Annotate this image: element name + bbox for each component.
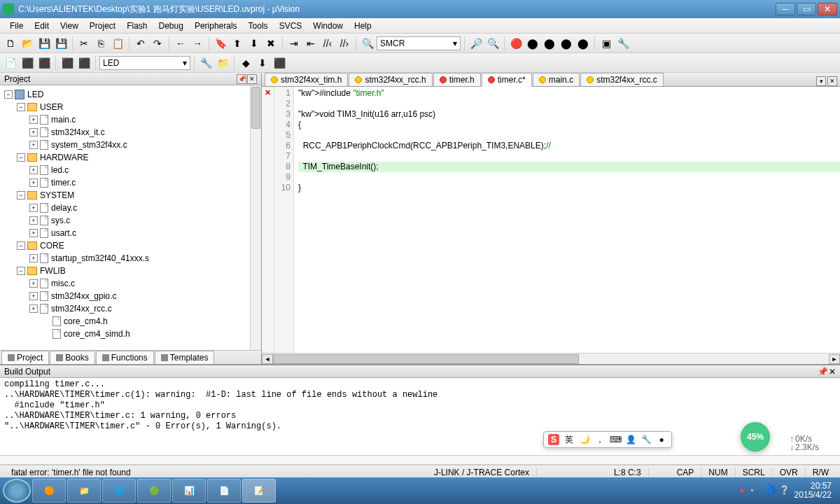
tray-flag-icon[interactable]: 🔺 xyxy=(737,485,748,496)
expand-icon[interactable]: + xyxy=(29,254,38,262)
menu-project[interactable]: Project xyxy=(84,20,121,32)
expand-icon[interactable]: + xyxy=(29,304,38,313)
panel-close-icon[interactable]: ✕ xyxy=(829,367,836,377)
new-file-icon[interactable]: 🗋 xyxy=(3,36,18,51)
bookmark-icon[interactable]: 🔖 xyxy=(213,36,228,51)
tree-group-system[interactable]: −SYSTEM xyxy=(0,189,261,202)
code-line[interactable] xyxy=(298,99,840,109)
expand-icon[interactable]: + xyxy=(29,128,38,136)
tab-templates[interactable]: Templates xyxy=(155,351,215,364)
tray-vol-icon[interactable]: 🔵 xyxy=(765,485,776,496)
tab-project[interactable]: Project xyxy=(1,351,49,364)
menu-debug[interactable]: Debug xyxy=(153,20,189,32)
indent-icon[interactable]: ⇥ xyxy=(286,36,302,51)
tray-net-icon[interactable]: ▫ xyxy=(751,485,762,496)
build-output-text[interactable]: compiling timer.c... ..\HARDWARE\TIMER\t… xyxy=(0,378,840,455)
tab-books[interactable]: Books xyxy=(50,351,94,364)
expand-icon[interactable]: − xyxy=(17,103,25,111)
ime-logo-icon[interactable]: S xyxy=(548,434,559,445)
expand-icon[interactable]: + xyxy=(29,166,38,174)
disable-bp-icon[interactable]: ⬤ xyxy=(559,36,574,51)
nav-back-icon[interactable]: ← xyxy=(173,36,188,51)
breakpoint-icon[interactable]: ⬤ xyxy=(525,36,540,51)
undo-icon[interactable]: ↶ xyxy=(133,36,148,51)
tree-file[interactable]: +misc.c xyxy=(0,277,261,290)
tree-file[interactable]: +stm32f4xx_rcc.c xyxy=(0,302,261,315)
tree-file[interactable]: core_cm4_simd.h xyxy=(0,328,261,340)
config-icon[interactable]: 🔧 xyxy=(615,36,631,51)
tree-file[interactable]: +stm32f4xx_gpio.c xyxy=(0,290,261,302)
tree-scrollbar[interactable] xyxy=(250,85,261,350)
paste-icon[interactable]: 📋 xyxy=(110,36,125,51)
code-line[interactable]: "kw">#include "timer.h" xyxy=(298,88,840,99)
code-line[interactable] xyxy=(298,172,840,183)
menu-view[interactable]: View xyxy=(55,20,84,32)
find-combo[interactable]: SMCR▾ xyxy=(377,36,461,50)
editor-tab[interactable]: stm32f4xx_rcc.c xyxy=(580,73,664,86)
editor-body[interactable]: ✕ 12345678910 "kw">#include "timer.h" "k… xyxy=(262,87,840,353)
editor-tab[interactable]: main.c xyxy=(533,73,580,86)
window-icon[interactable]: ▣ xyxy=(598,36,614,51)
start-button[interactable] xyxy=(3,479,31,503)
manage-icon[interactable]: ◆ xyxy=(238,55,253,71)
task-item[interactable]: 📄 xyxy=(207,479,241,503)
file-ext-icon[interactable]: 📁 xyxy=(215,55,230,71)
bookmark-next-icon[interactable]: ⬇ xyxy=(246,36,262,51)
incremental-find-icon[interactable]: 🔍 xyxy=(485,36,500,51)
bookmark-clear-icon[interactable]: ✖ xyxy=(263,36,279,51)
tree-file[interactable]: +stm32f4xx_it.c xyxy=(0,126,261,139)
menu-flash[interactable]: Flash xyxy=(121,20,153,32)
expand-icon[interactable]: + xyxy=(29,229,38,237)
task-item[interactable]: 📊 xyxy=(172,479,206,503)
expand-icon[interactable]: + xyxy=(29,178,38,187)
uncomment-icon[interactable]: //› xyxy=(337,36,352,51)
tree-file[interactable]: +usart.c xyxy=(0,227,261,239)
code-area[interactable]: "kw">#include "timer.h" "kw">void TIM3_I… xyxy=(294,87,840,353)
options-icon[interactable]: 🔧 xyxy=(198,55,214,71)
menu-file[interactable]: File xyxy=(4,20,29,32)
debug-icon[interactable]: 🔴 xyxy=(508,36,524,51)
ime-lang[interactable]: 英 xyxy=(564,434,575,445)
insert-bp-icon[interactable]: ⬤ xyxy=(542,36,557,51)
scroll-thumb[interactable] xyxy=(273,354,579,364)
tab-close-icon[interactable]: ✕ xyxy=(827,76,837,86)
expand-icon[interactable]: + xyxy=(29,141,38,149)
panel-pin-icon[interactable]: 📌 xyxy=(237,74,246,84)
open-file-icon[interactable]: 📂 xyxy=(20,36,35,51)
stop-build-icon[interactable]: ⬛ xyxy=(76,55,92,71)
menu-help[interactable]: Help xyxy=(349,20,377,32)
code-line[interactable]: } xyxy=(298,183,840,193)
comment-icon[interactable]: //‹ xyxy=(320,36,335,51)
tree-root[interactable]: −LED xyxy=(0,88,261,101)
nav-fwd-icon[interactable]: → xyxy=(190,36,205,51)
cpu-meter[interactable]: 45% xyxy=(741,422,770,451)
expand-icon[interactable]: + xyxy=(29,204,38,212)
scroll-left-icon[interactable]: ◄ xyxy=(262,354,273,364)
tree-group-user[interactable]: −USER xyxy=(0,101,261,113)
expand-icon[interactable]: + xyxy=(29,292,38,300)
expand-icon[interactable]: − xyxy=(17,241,25,250)
cut-icon[interactable]: ✂ xyxy=(76,36,92,51)
tree-file[interactable]: +timer.c xyxy=(0,176,261,189)
ime-toolbar[interactable]: S 英 🌙 ， ⌨ 👤 🔧 ● xyxy=(543,431,672,448)
save-icon[interactable]: 💾 xyxy=(36,36,52,51)
project-tree[interactable]: −LED−USER+main.c+stm32f4xx_it.c+system_s… xyxy=(0,85,261,350)
ime-wrench-icon[interactable]: 🔧 xyxy=(640,434,652,445)
scrollbar-thumb[interactable] xyxy=(251,87,260,129)
outdent-icon[interactable]: ⇤ xyxy=(303,36,318,51)
find-icon[interactable]: 🔍 xyxy=(360,36,375,51)
download-icon[interactable]: ⬇ xyxy=(255,55,270,71)
bookmark-prev-icon[interactable]: ⬆ xyxy=(230,36,245,51)
batch-build-icon[interactable]: ⬛ xyxy=(59,55,75,71)
options2-icon[interactable]: ⬛ xyxy=(272,55,287,71)
tree-group-hardware[interactable]: −HARDWARE xyxy=(0,151,261,164)
task-item[interactable]: 🟠 xyxy=(32,479,66,503)
menu-window[interactable]: Window xyxy=(307,20,349,32)
code-line[interactable] xyxy=(298,151,840,162)
expand-icon[interactable]: − xyxy=(17,267,25,275)
code-line[interactable]: "kw">void TIM3_Init(u16 arr,u16 psc) xyxy=(298,109,840,120)
tree-file[interactable]: +delay.c xyxy=(0,202,261,214)
expand-icon[interactable]: + xyxy=(29,279,38,288)
target-combo[interactable]: LED▾ xyxy=(99,56,190,70)
expand-icon[interactable]: + xyxy=(29,216,38,225)
